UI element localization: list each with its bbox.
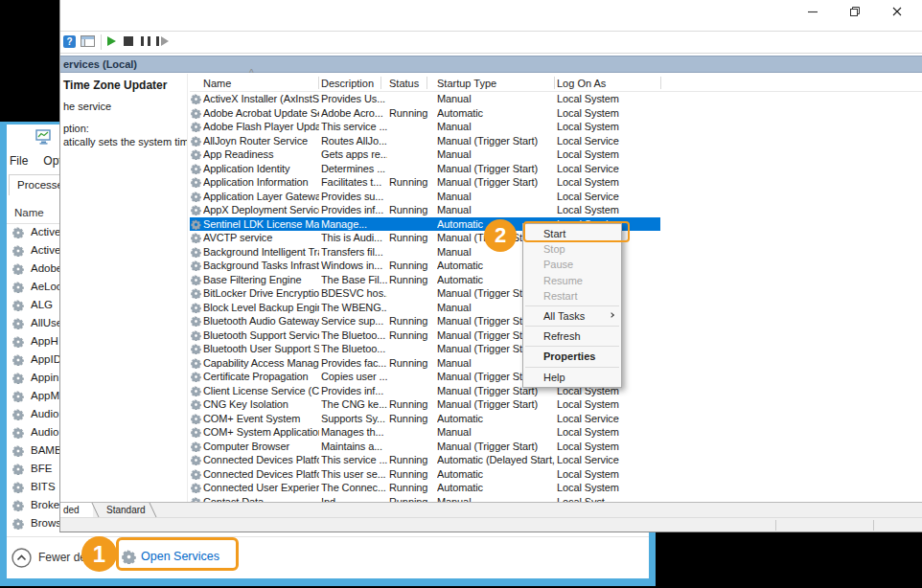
- service-status: Running: [389, 260, 435, 271]
- column-header-description[interactable]: Description: [321, 78, 374, 89]
- column-header-name[interactable]: Name: [203, 78, 231, 89]
- service-row[interactable]: AllJoyn Router ServiceRoutes AllJo...Man…: [190, 134, 660, 148]
- service-row[interactable]: COM+ System ApplicationManages th...Manu…: [190, 425, 660, 440]
- service-row[interactable]: AppX Deployment Service (...Provides inf…: [190, 203, 660, 217]
- service-row[interactable]: CNG Key IsolationThe CNG ke...RunningMan…: [190, 397, 660, 412]
- service-log-on-as: Local Service: [557, 135, 657, 147]
- tm-service-name: AppH: [31, 335, 58, 347]
- column-header-log-on-as[interactable]: Log On As: [557, 78, 606, 89]
- service-description: The CNG ke...: [321, 398, 387, 410]
- help-icon[interactable]: ?: [63, 35, 76, 48]
- header-separator[interactable]: [426, 77, 427, 89]
- service-log-on-as: Local System: [557, 441, 657, 452]
- service-row[interactable]: Application Layer Gateway ...Provides su…: [190, 190, 660, 204]
- service-description: Maintains a...: [321, 441, 387, 452]
- service-row[interactable]: Connected User Experience...The Connec..…: [190, 481, 660, 495]
- service-startup-type: Manual: [437, 148, 556, 160]
- service-name: Client License Service (ClipS...: [203, 385, 319, 396]
- pause-service-icon[interactable]: [141, 36, 150, 46]
- menu-item-restart[interactable]: Restart: [523, 288, 621, 304]
- service-description: Provides inf...: [321, 385, 387, 396]
- sort-ascending-icon[interactable]: ^: [249, 68, 254, 79]
- service-status: Running: [389, 176, 435, 188]
- header-separator[interactable]: [660, 77, 661, 89]
- service-startup-type: Manual (Trigger Start): [437, 135, 556, 147]
- service-startup-type: Manual (Trigger Start): [437, 398, 556, 410]
- service-description: The Bluetoo...: [321, 343, 387, 354]
- services-left-panel: Time Zone Updater he service ption: atic…: [60, 74, 188, 502]
- tm-service-name: AppID: [31, 353, 61, 365]
- menu-item-stop[interactable]: Stop: [523, 241, 621, 257]
- service-name: COM+ System Application: [203, 426, 319, 438]
- service-name: Computer Browser: [203, 441, 319, 452]
- restore-button[interactable]: [840, 0, 870, 23]
- service-row[interactable]: Application InformationFacilitates t...R…: [190, 175, 660, 190]
- service-description: The Connec...: [321, 482, 387, 493]
- header-separator[interactable]: [380, 77, 381, 89]
- service-row[interactable]: Connected Devices Platfor...This user se…: [190, 467, 660, 482]
- tm-service-name: Active: [31, 244, 60, 256]
- start-service-icon[interactable]: [107, 36, 116, 46]
- menu-separator: [525, 326, 619, 327]
- menu-item-help[interactable]: Help: [523, 370, 621, 385]
- service-log-on-as: Local System: [557, 398, 657, 410]
- service-name: BitLocker Drive Encryption ...: [203, 287, 319, 299]
- service-startup-type: Manual: [437, 121, 556, 132]
- service-status: Running: [389, 315, 435, 327]
- menu-item-resume[interactable]: Resume: [523, 273, 621, 288]
- service-row[interactable]: Adobe Flash Player Update ...This servic…: [190, 120, 660, 134]
- menu-item-properties[interactable]: Properties: [523, 349, 621, 364]
- service-status: Running: [389, 482, 435, 493]
- tm-service-name: Audio: [31, 426, 58, 438]
- service-row[interactable]: Connected Devices Platfor...This service…: [190, 453, 660, 467]
- service-row[interactable]: Contact Data_...Ind...RunningManualLocal…: [190, 495, 660, 503]
- service-name: Adobe Acrobat Update Serv...: [203, 107, 319, 119]
- header-separator[interactable]: [554, 77, 555, 89]
- header-separator[interactable]: [318, 77, 319, 89]
- menu-file[interactable]: File: [10, 154, 28, 168]
- service-row[interactable]: Adobe Acrobat Update Serv...Adobe Acro..…: [190, 106, 660, 121]
- stop-service-icon[interactable]: [124, 36, 133, 46]
- service-description: The WBENG...: [321, 302, 387, 313]
- column-header-startup-type[interactable]: Startup Type: [437, 78, 496, 89]
- service-row[interactable]: COM+ Event SystemSupports Sy...RunningAu…: [190, 412, 660, 426]
- menu-item-all-tasks[interactable]: All Tasks: [523, 308, 621, 324]
- tm-service-name: Audio: [31, 408, 58, 419]
- close-button[interactable]: [882, 0, 912, 23]
- service-description: Adobe Acro...: [321, 107, 387, 119]
- menu-item-pause[interactable]: Pause: [523, 257, 621, 272]
- console-window-icon[interactable]: [81, 35, 95, 47]
- service-row[interactable]: App ReadinessGets apps re...ManualLocal …: [190, 147, 660, 162]
- service-row[interactable]: ActiveX Installer (AxInstSV)Provides Us.…: [190, 92, 660, 106]
- service-description: Manage...: [321, 218, 387, 230]
- service-name: Base Filtering Engine: [203, 274, 319, 285]
- service-log-on-as: Local System: [557, 176, 657, 188]
- column-header-status[interactable]: Status: [389, 78, 419, 89]
- services-titlebar[interactable]: [60, 0, 922, 32]
- service-name: AppX Deployment Service (...: [203, 204, 319, 215]
- restart-service-icon[interactable]: [156, 36, 170, 46]
- service-status: Running: [389, 468, 435, 480]
- menu-item-refresh[interactable]: Refresh: [523, 328, 621, 344]
- service-description: Facilitates t...: [321, 176, 387, 188]
- fewer-details-button[interactable]: [12, 548, 32, 568]
- service-row[interactable]: Application IdentityDetermines ...Manual…: [190, 162, 660, 176]
- minimize-button[interactable]: [797, 0, 828, 23]
- tm-service-name: AppM: [31, 390, 59, 401]
- service-row[interactable]: Computer BrowserMaintains a...Manual (Tr…: [190, 440, 660, 454]
- service-action-link[interactable]: he service: [63, 101, 111, 112]
- desktop: FileOptions Processes Name ActiveActiveA…: [0, 0, 922, 588]
- menu-separator: [525, 346, 619, 347]
- service-startup-type: Automatic: [437, 413, 556, 424]
- tm-name-column-header[interactable]: Name: [14, 207, 44, 218]
- service-startup-type: Automatic: [437, 468, 556, 480]
- service-description: Routes AllJo...: [321, 135, 387, 147]
- service-log-on-as: Local System: [557, 121, 657, 132]
- tab-standard[interactable]: Standard: [101, 503, 150, 517]
- service-name: AVCTP service: [203, 232, 319, 243]
- service-status: Running: [389, 107, 435, 119]
- submenu-arrow-icon: [609, 313, 614, 319]
- service-name: Bluetooth Audio Gateway S...: [203, 315, 319, 327]
- tab-extended[interactable]: ded: [60, 503, 93, 517]
- service-name: AllJoyn Router Service: [203, 135, 319, 147]
